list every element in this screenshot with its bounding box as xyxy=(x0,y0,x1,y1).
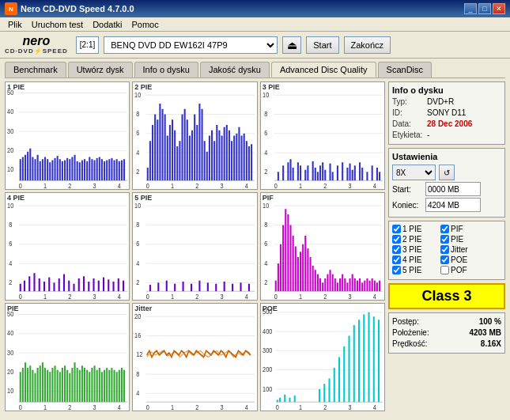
end-input[interactable] xyxy=(425,198,481,212)
checkboxes-box: 1 PIE PIF 2 PIE PIE xyxy=(388,221,505,280)
checkbox-4pie-label: 4 PIE xyxy=(402,255,421,264)
tab-benchmark[interactable]: Benchmark xyxy=(5,62,66,78)
checkbox-jitter-input[interactable] xyxy=(440,245,449,254)
svg-text:2: 2 xyxy=(196,292,199,300)
svg-rect-397 xyxy=(378,320,380,402)
svg-rect-277 xyxy=(351,274,353,292)
checkbox-3pie-input[interactable] xyxy=(392,245,401,254)
menu-plik[interactable]: Plik xyxy=(3,19,27,30)
svg-rect-156 xyxy=(353,165,355,180)
menu-pomoc[interactable]: Pomoc xyxy=(127,19,163,30)
tab-create-disc[interactable]: Utwórz dysk xyxy=(68,62,133,78)
label-label: Etykieta: xyxy=(392,130,424,141)
svg-rect-93 xyxy=(191,131,193,180)
tab-scandisc[interactable]: ScanDisc xyxy=(378,62,432,78)
svg-rect-185 xyxy=(48,278,50,292)
svg-rect-312 xyxy=(37,368,39,402)
menu-dodatki[interactable]: Dodatki xyxy=(88,19,127,30)
svg-rect-197 xyxy=(108,279,109,291)
refresh-button[interactable]: ↺ xyxy=(439,165,455,180)
svg-text:3: 3 xyxy=(93,292,96,300)
main-content: 1 PIE 50 40 30 20 10 0 1 2 3 xyxy=(0,78,510,414)
svg-rect-117 xyxy=(251,144,252,180)
checkbox-pie: PIE xyxy=(440,235,484,244)
start-input[interactable] xyxy=(425,182,481,196)
svg-rect-314 xyxy=(42,362,43,402)
svg-rect-195 xyxy=(98,281,100,292)
svg-rect-259 xyxy=(307,248,308,291)
svg-rect-16 xyxy=(20,159,21,180)
chart-1pie: 1 PIE 50 40 30 20 10 0 1 2 3 xyxy=(5,81,130,190)
svg-text:1: 1 xyxy=(299,403,302,411)
svg-rect-76 xyxy=(149,141,151,180)
svg-rect-249 xyxy=(282,225,284,292)
svg-rect-218 xyxy=(158,282,160,291)
date-value: 28 Dec 2006 xyxy=(427,119,472,130)
svg-rect-253 xyxy=(292,236,293,291)
svg-rect-255 xyxy=(297,257,299,291)
svg-rect-85 xyxy=(172,119,173,180)
checkbox-pie-input[interactable] xyxy=(440,235,449,244)
close-button[interactable]: ✕ xyxy=(493,3,505,14)
svg-rect-340 xyxy=(106,368,108,402)
svg-rect-191 xyxy=(78,278,80,291)
info-row-type: Typ: DVD+R xyxy=(392,96,501,108)
checkbox-2pie-input[interactable] xyxy=(392,235,401,244)
start-button[interactable]: Start xyxy=(306,36,338,54)
svg-rect-75 xyxy=(147,168,149,180)
svg-text:400: 400 xyxy=(263,327,272,335)
tab-disc-info[interactable]: Info o dysku xyxy=(134,62,198,78)
date-label: Data: xyxy=(392,119,424,130)
checkbox-pof-input[interactable] xyxy=(440,266,449,274)
eject-button[interactable]: ⏏ xyxy=(282,36,301,54)
svg-rect-224 xyxy=(207,282,209,291)
svg-rect-323 xyxy=(64,365,66,402)
checkbox-row-3: 3 PIE Jitter xyxy=(392,245,501,254)
svg-rect-57 xyxy=(121,161,123,181)
svg-text:0: 0 xyxy=(275,403,278,411)
svg-rect-94 xyxy=(194,115,195,181)
svg-rect-325 xyxy=(69,373,70,402)
svg-text:8: 8 xyxy=(136,109,139,118)
checkbox-poe-input[interactable] xyxy=(440,255,449,264)
svg-rect-100 xyxy=(209,136,210,181)
tab-disc-quality[interactable]: Jakość dysku xyxy=(200,62,270,78)
svg-rect-393 xyxy=(358,320,360,402)
svg-text:10: 10 xyxy=(134,201,141,210)
checkbox-4pie-input[interactable] xyxy=(392,255,401,264)
maximize-button[interactable]: □ xyxy=(478,3,491,14)
svg-rect-320 xyxy=(57,370,59,403)
svg-rect-267 xyxy=(327,274,328,292)
svg-rect-280 xyxy=(359,278,361,291)
menu-uruchom[interactable]: Uruchom test xyxy=(27,19,88,30)
checkbox-pif-input[interactable] xyxy=(440,225,449,233)
svg-rect-116 xyxy=(248,146,250,180)
svg-rect-95 xyxy=(197,125,198,180)
stop-button[interactable]: Zakończ xyxy=(344,36,391,54)
position-label: Położenie: xyxy=(392,327,429,339)
svg-rect-389 xyxy=(338,358,340,403)
id-label: ID: xyxy=(392,108,424,119)
tab-bar: Benchmark Utwórz dysk Info o dysku Jakoś… xyxy=(0,59,510,78)
svg-rect-330 xyxy=(81,365,83,402)
svg-rect-149 xyxy=(329,164,331,181)
svg-rect-258 xyxy=(304,236,306,291)
checkbox-5pie-input[interactable] xyxy=(392,266,401,274)
drive-select[interactable]: BENQ DVD DD EW162I 47P9 xyxy=(104,36,278,54)
tab-advanced-quality[interactable]: Advanced Disc Quality xyxy=(271,62,376,78)
svg-rect-225 xyxy=(216,284,217,291)
svg-rect-190 xyxy=(73,284,74,291)
svg-rect-41 xyxy=(81,161,83,181)
checkbox-2pie-label: 2 PIE xyxy=(402,235,421,244)
class-label: Class 3 xyxy=(393,288,501,305)
checkbox-1pie-input[interactable] xyxy=(392,225,401,233)
svg-rect-55 xyxy=(116,159,118,180)
drive-label: [2:1] xyxy=(76,36,99,54)
position-row: Położenie: 4203 MB xyxy=(392,327,501,339)
info-row-date: Data: 28 Dec 2006 xyxy=(392,119,501,130)
svg-rect-319 xyxy=(54,365,55,402)
speed-select[interactable]: 8X 4X Max xyxy=(392,165,436,180)
svg-text:10: 10 xyxy=(7,386,13,395)
svg-rect-58 xyxy=(123,159,125,180)
minimize-button[interactable]: _ xyxy=(464,3,477,14)
